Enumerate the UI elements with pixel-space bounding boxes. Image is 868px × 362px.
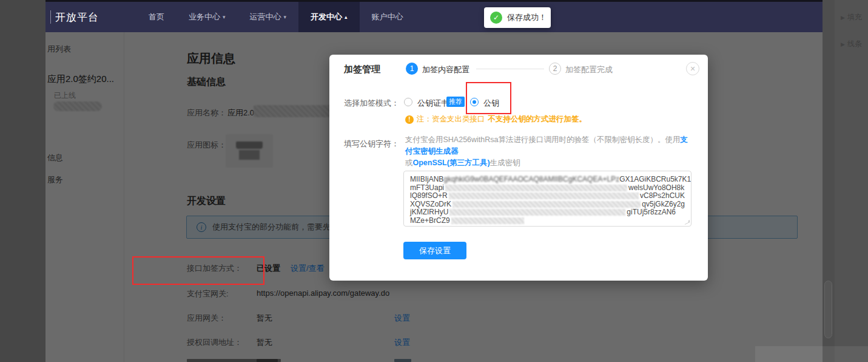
nav-item-label: 运营中心	[250, 12, 281, 22]
desc-text: 支付宝会用SHA256withRsa算法进行接口调用时的验签（不限制密钥长度）。…	[405, 135, 681, 144]
key-text-blurred: gkqhkiG9w0BAQEFAAOCAQ8AMIIBCgKCAQEA+LPz	[443, 176, 619, 184]
annotation-rect-public-key	[466, 82, 511, 114]
nav-item-label: 首页	[149, 12, 164, 22]
key-text: lQ89fSO+R	[410, 192, 448, 200]
chevron-down-icon: ▾	[284, 14, 287, 20]
key-text: XQVSZoDrK	[410, 200, 451, 209]
nav-item-label: 业务中心	[189, 12, 220, 22]
key-line: MIIBIjANBgkqhkiG9w0BAQEFAAOCAQ8AMIIBCgKC…	[410, 176, 685, 184]
key-text: MZe+BrCZ9	[410, 217, 450, 225]
nav-item-operation-center[interactable]: 运营中心 ▾	[238, 2, 299, 32]
public-key-description: 支付宝会用SHA256withRsa算法进行接口调用时的验签（不限制密钥长度）。…	[405, 134, 693, 169]
step2-circle: 2	[549, 63, 561, 75]
top-navbar: 开放平台 首页 业务中心 ▾ 运营中心 ▾ 开发中心 ▴ 账户中心	[45, 2, 823, 32]
option-public-key-cert-label[interactable]: 公钥证书	[417, 98, 449, 109]
key-blur-block	[445, 185, 627, 191]
recommended-badge: 推荐	[446, 97, 465, 107]
key-line: mFT3UapiwelsUwYo8OH8k	[410, 184, 685, 193]
save-settings-button[interactable]: 保存设置	[403, 242, 466, 259]
warning-icon: !	[405, 115, 414, 124]
tool-line-label: 线条	[847, 39, 862, 49]
key-line: lQ89fSO+RvC8Ps2hCUK	[410, 192, 685, 200]
step1-label: 加签内容配置	[422, 64, 469, 75]
tool-fill-option[interactable]: ▶ 填充	[841, 12, 862, 22]
brand[interactable]: 开放平台	[50, 2, 99, 32]
fund-api-warning: ! 注：资金支出类接口不支持公钥的方式进行加签。	[405, 114, 587, 125]
key-line: jKMZIRHyUgiTUj5r8zzAN6	[410, 208, 685, 217]
desc-text: 或	[405, 159, 413, 167]
nav-item-home[interactable]: 首页	[136, 2, 177, 32]
sign-management-modal: 加签管理 1 加签内容配置 2 加签配置完成 ✕ 选择加签模式： 公钥证书 推荐…	[329, 55, 708, 281]
radio-public-key-cert[interactable]	[404, 98, 412, 106]
tool-fill-label: 填充	[847, 12, 862, 22]
desc-text: 生成密钥	[490, 159, 520, 167]
key-line: XQVSZoDrKqv5jGkZ6y2g	[410, 200, 685, 209]
key-line: MZe+BrCZ9	[410, 217, 685, 225]
key-text: welsUwYo8OH8k	[628, 184, 684, 193]
close-icon[interactable]: ✕	[686, 62, 699, 75]
desc-line2: 或OpenSSL(第三方工具)生成密钥	[405, 157, 693, 169]
key-blur-block	[451, 217, 524, 224]
sign-mode-label: 选择加签模式：	[344, 98, 399, 109]
triangle-right-icon: ▶	[841, 41, 845, 47]
key-blur-block	[449, 209, 625, 216]
textarea-resize-handle[interactable]	[685, 220, 690, 225]
key-text: mFT3Uapi	[410, 184, 444, 193]
modal-title: 加签管理	[344, 64, 380, 75]
step1-circle: 1	[406, 63, 418, 75]
public-key-label: 填写公钥字符：	[344, 138, 399, 149]
scrollbar-track[interactable]	[823, 0, 835, 362]
brand-separator	[50, 10, 51, 24]
scrollbar-thumb[interactable]	[824, 281, 832, 338]
triangle-right-icon: ▶	[841, 15, 845, 21]
tool-line-option[interactable]: ▶ 线条	[841, 39, 862, 49]
nav-item-business-center[interactable]: 业务中心 ▾	[177, 2, 238, 32]
key-text: vC8Ps2hCUK	[640, 192, 685, 200]
key-blur-block	[453, 201, 641, 208]
nav-item-dev-center[interactable]: 开发中心 ▴	[298, 2, 360, 32]
key-text: MIIBIjANB	[410, 176, 443, 184]
brand-name: 开放平台	[55, 10, 99, 24]
annotation-rect-sign-mode-row	[132, 256, 264, 285]
nav-item-label: 开发中心	[311, 12, 342, 22]
public-key-textarea[interactable]: MIIBIjANBgkqhkiG9w0BAQEFAAOCAQ8AMIIBCgKC…	[403, 171, 691, 227]
check-circle-icon: ✓	[490, 12, 502, 24]
openssl-link[interactable]: OpenSSL(第三方工具)	[413, 159, 490, 167]
key-text: qv5jGkZ6y2g	[642, 200, 685, 209]
nav-menu: 首页 业务中心 ▾ 运营中心 ▾ 开发中心 ▴ 账户中心	[136, 2, 415, 32]
save-success-toast: ✓ 保存成功！	[484, 7, 551, 28]
step-connector-line	[476, 69, 544, 69]
key-text: GX1AGiKBCRu5k7K1cbIH	[619, 176, 691, 184]
step2-label: 加签配置完成	[565, 64, 613, 75]
nav-item-account-center[interactable]: 账户中心	[360, 2, 415, 32]
chevron-up-icon: ▴	[345, 14, 348, 20]
chevron-down-icon: ▾	[223, 14, 226, 20]
tool-right-panel: ▶ 填充 ▶ 线条	[835, 0, 868, 362]
tool-corner-rect	[755, 346, 868, 362]
desc-line1: 支付宝会用SHA256withRsa算法进行接口调用时的验签（不限制密钥长度）。…	[405, 134, 693, 157]
key-text: giTUj5r8zzAN6	[627, 208, 676, 217]
toast-message: 保存成功！	[507, 12, 547, 23]
warning-text-em: 不支持公钥的方式进行加签。	[488, 114, 587, 125]
tool-left-strip	[0, 0, 45, 362]
warning-text-pre: 注：资金支出类接口	[417, 114, 485, 125]
key-blur-block	[449, 193, 639, 199]
nav-item-label: 账户中心	[372, 12, 403, 22]
key-text: jKMZIRHyU	[410, 208, 448, 217]
